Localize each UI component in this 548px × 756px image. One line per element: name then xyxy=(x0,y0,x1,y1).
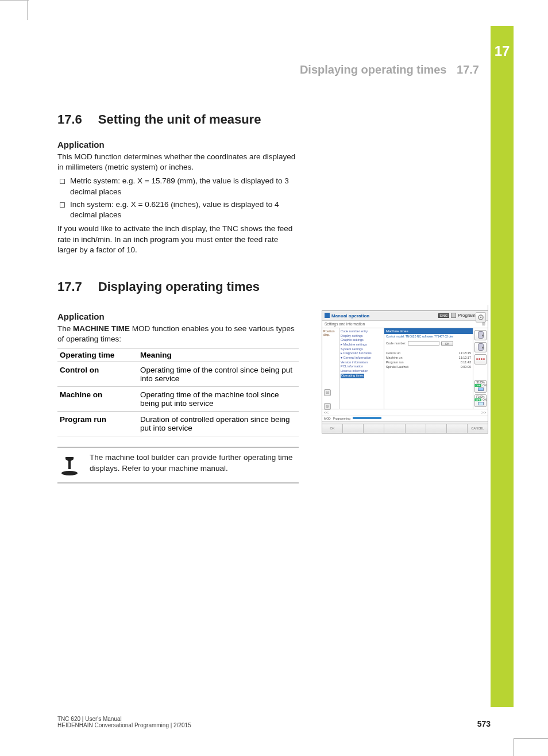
status-icon: ⊞ xyxy=(482,322,485,327)
scroll-left[interactable]: << xyxy=(324,410,329,415)
chapter-number: 17 xyxy=(491,26,514,59)
device-button[interactable]: ▶ xyxy=(474,342,487,352)
heading-num: 17.6 xyxy=(57,112,82,127)
heading-title: Displaying operating times xyxy=(98,279,260,294)
cell-val: Operating time of the machine tool since… xyxy=(138,387,299,412)
fig-status-left: Settings and information xyxy=(325,322,365,326)
feed-icon xyxy=(478,402,484,405)
kv-key: Program run xyxy=(386,360,404,364)
th-meaning: Meaning xyxy=(138,348,299,362)
softkey-ok[interactable]: OK xyxy=(322,424,343,433)
softkey-cancel[interactable]: CANCEL xyxy=(468,424,488,433)
tree-item[interactable]: Display settings xyxy=(341,334,383,339)
softkey[interactable] xyxy=(426,424,447,433)
kv-row: Machine on11:12:17 xyxy=(384,355,473,360)
heading-title: Setting the unit of measure xyxy=(98,112,261,127)
gear-button[interactable] xyxy=(476,312,486,323)
device-button[interactable]: ▶ xyxy=(474,330,487,340)
softkey[interactable] xyxy=(343,424,364,433)
cell-key: Program run xyxy=(57,412,138,436)
tree-item[interactable]: License information xyxy=(341,369,383,374)
tree-item[interactable]: ▸ Machine settings xyxy=(341,343,383,347)
on-label: ON xyxy=(483,398,487,401)
tree-item-selected[interactable]: Operating times xyxy=(341,374,364,378)
softkey[interactable] xyxy=(406,424,426,433)
para: This MOD function determines whether the… xyxy=(57,152,299,172)
off-label: OFF xyxy=(474,384,481,387)
footer-line2: HEIDENHAIN Conversational Programming | … xyxy=(57,722,191,728)
heading-17-6: 17.6 Setting the unit of measure xyxy=(57,112,494,127)
table-row: Machine on Operating time of the machine… xyxy=(57,387,299,412)
probe-button[interactable] xyxy=(474,354,487,364)
progress-bar xyxy=(353,417,381,419)
subheading-application-1: Application xyxy=(57,140,494,149)
tree-item[interactable]: ▾ General information xyxy=(341,356,383,360)
tree-item[interactable]: ▸ Diagnostic functions xyxy=(341,351,383,356)
para: If you would like to activate the inch d… xyxy=(57,224,299,255)
list-item: Metric system: e.g. X = 15.789 (mm), the… xyxy=(57,176,299,197)
cell-key: Control on xyxy=(57,362,138,387)
kv-key: Spindel Laufzeit xyxy=(386,365,408,369)
cell-val: Operating time of the control since bein… xyxy=(138,362,299,387)
kv-row: Program run0:11:43 xyxy=(384,360,473,364)
bullet-list: Metric system: e.g. X = 15.789 (mm), the… xyxy=(57,176,299,220)
page-footer: TNC 620 | User's Manual HEIDENHAIN Conve… xyxy=(57,716,491,728)
running-head: Displaying operating times 17.7 xyxy=(300,63,479,76)
running-head-title: Displaying operating times xyxy=(300,63,447,76)
machine-builder-icon xyxy=(60,452,79,477)
subheading-application-2: Application xyxy=(57,312,304,321)
on-label: ON xyxy=(483,384,487,387)
fig-main-panel: Machine times Control model: TNC620 NC s… xyxy=(384,328,473,409)
footer-line1: TNC 620 | User's Manual xyxy=(57,716,191,722)
ok-button[interactable]: OK xyxy=(441,341,453,346)
softkey[interactable] xyxy=(364,424,384,433)
chevron-right-icon: ▶ xyxy=(482,333,484,337)
text: Manual operation xyxy=(331,313,369,318)
add-button[interactable]: ⊕ xyxy=(324,403,331,410)
collapse-button[interactable]: ⊟ xyxy=(324,389,331,396)
tree-item[interactable]: Graphic settings xyxy=(341,338,383,343)
softkey[interactable] xyxy=(384,424,405,433)
note-text: The machine tool builder can provide fur… xyxy=(90,452,296,473)
kv-key: Machine on xyxy=(386,356,402,359)
kv-val: 0:00:00 xyxy=(461,365,471,369)
fig-tree: Code number entry Display settings Graph… xyxy=(339,328,384,409)
tree-item[interactable]: System settings xyxy=(341,347,383,352)
cell-key: Machine on xyxy=(57,387,138,412)
tree-item[interactable]: Code number entry xyxy=(341,329,383,334)
gear-icon xyxy=(477,314,484,321)
spindle-icon xyxy=(478,387,484,391)
softkey[interactable] xyxy=(447,424,468,433)
cell-val: Duration of controlled operation since b… xyxy=(138,412,299,436)
heading-num: 17.7 xyxy=(57,279,82,294)
chevron-right-icon: ▶ xyxy=(482,346,484,349)
note-box: The machine tool builder can provide fur… xyxy=(57,447,299,483)
off-label: OFF xyxy=(474,398,481,401)
pos-tab[interactable]: Position disp. xyxy=(323,329,338,336)
fig-title-left: Manual operation xyxy=(325,313,369,318)
fig-status-bar: MODProgramming xyxy=(322,416,488,421)
tree-item[interactable]: PCL information xyxy=(341,364,383,369)
kv-row: Spindel Laufzeit0:00:00 xyxy=(384,364,473,369)
kv-key: Control on xyxy=(386,351,400,355)
scroll-right[interactable]: >> xyxy=(481,410,486,415)
code-label: Code number: xyxy=(386,341,406,345)
svg-point-0 xyxy=(61,471,78,475)
panel-title: Machine times xyxy=(384,328,473,334)
feed-override-button[interactable]: F100% OFFON xyxy=(474,394,487,407)
screenshot-figure: Manual operation DNC Programming Setting… xyxy=(322,310,488,433)
text-bold: MACHINE TIME xyxy=(73,324,130,333)
code-input[interactable] xyxy=(408,341,439,346)
kv-val: 11:12:17 xyxy=(459,356,471,359)
table-row: Program run Duration of controlled opera… xyxy=(57,412,299,436)
chapter-tab: 17 xyxy=(491,26,514,707)
heading-17-7: 17.7 Displaying operating times xyxy=(57,279,494,294)
running-head-section: 17.7 xyxy=(457,63,479,76)
spindle-override-button[interactable]: S100% OFFON xyxy=(474,380,487,393)
tree-item[interactable]: Version information xyxy=(341,360,383,365)
svg-point-2 xyxy=(480,317,482,318)
tnc-icon xyxy=(325,313,330,318)
kv-val: 0:11:43 xyxy=(461,360,471,364)
kv-val: 11:18:15 xyxy=(459,351,471,355)
table-row: Control on Operating time of the control… xyxy=(57,362,299,387)
